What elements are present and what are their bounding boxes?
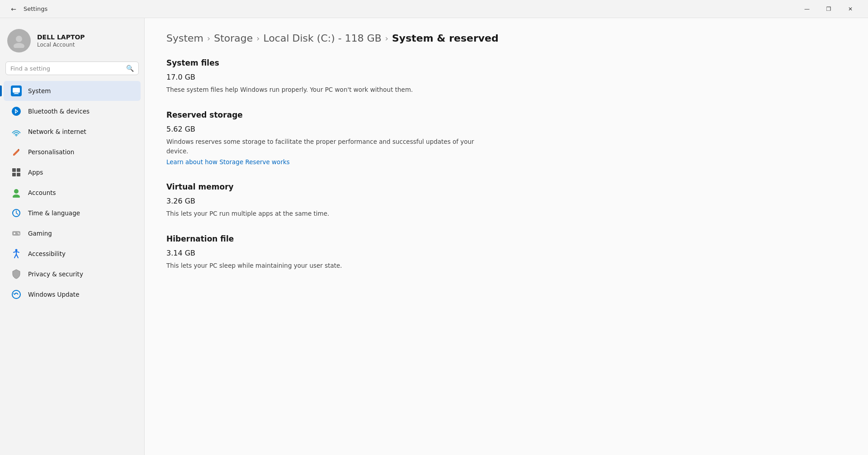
section-hibernation-file-size: 3.14 GB (166, 249, 846, 257)
time-icon (11, 208, 22, 218)
reserved-storage-link[interactable]: Learn about how Storage Reserve works (166, 158, 290, 166)
section-system-files-title: System files (166, 58, 846, 67)
section-virtual-memory-desc: This lets your PC run multiple apps at t… (166, 209, 483, 218)
breadcrumb-sep-2: › (256, 33, 259, 43)
section-virtual-memory-title: Virtual memory (166, 182, 846, 191)
sidebar-item-apps-label: Apps (28, 169, 43, 176)
section-reserved-storage: Reserved storage 5.62 GB Windows reserve… (166, 110, 846, 166)
svg-point-20 (12, 290, 20, 299)
sidebar-item-system-label: System (28, 87, 51, 95)
sidebar-item-system[interactable]: System (4, 81, 141, 101)
svg-point-1 (14, 43, 24, 48)
svg-point-18 (19, 233, 19, 234)
section-reserved-storage-title: Reserved storage (166, 110, 846, 119)
gaming-icon (11, 228, 22, 239)
section-hibernation-file-title: Hibernation file (166, 234, 846, 243)
sidebar-item-accounts-label: Accounts (28, 189, 56, 196)
svg-rect-8 (17, 168, 20, 172)
sidebar-item-bluetooth-label: Bluetooth & devices (28, 108, 90, 115)
svg-rect-4 (14, 94, 19, 94)
update-icon (11, 289, 22, 300)
sidebar-item-time[interactable]: Time & language (4, 203, 141, 223)
svg-point-0 (16, 36, 22, 42)
sidebar-item-gaming[interactable]: Gaming (4, 223, 141, 243)
sidebar-item-accounts[interactable]: Accounts (4, 183, 141, 203)
sidebar-item-time-label: Time & language (28, 209, 80, 217)
search-icon: 🔍 (126, 65, 134, 72)
sidebar: DELL LAPTOP Local Account 🔍 System (0, 18, 145, 455)
breadcrumb-localdisk[interactable]: Local Disk (C:) - 118 GB (264, 33, 382, 44)
breadcrumb-sep-3: › (385, 33, 388, 43)
user-info: DELL LAPTOP Local Account (37, 33, 85, 48)
section-system-files-desc: These system files help Windows run prop… (166, 85, 483, 94)
sidebar-item-update[interactable]: Windows Update (4, 284, 141, 304)
svg-rect-16 (14, 232, 15, 234)
svg-point-5 (12, 107, 21, 116)
svg-rect-2 (13, 88, 20, 93)
system-icon (11, 85, 22, 96)
sidebar-item-bluetooth[interactable]: Bluetooth & devices (4, 101, 141, 121)
sidebar-item-gaming-label: Gaming (28, 230, 52, 237)
section-hibernation-file: Hibernation file 3.14 GB This lets your … (166, 234, 846, 270)
svg-point-19 (15, 249, 18, 251)
svg-rect-9 (12, 173, 16, 176)
sidebar-item-update-label: Windows Update (28, 291, 79, 298)
close-button[interactable]: ✕ (840, 2, 861, 16)
svg-point-12 (13, 194, 20, 198)
user-profile[interactable]: DELL LAPTOP Local Account (0, 24, 144, 62)
app-title: Settings (24, 5, 797, 12)
personalisation-icon (11, 147, 22, 157)
title-bar: ← Settings — ❐ ✕ (0, 0, 868, 18)
svg-point-6 (16, 135, 17, 137)
section-reserved-storage-desc: Windows reserves some storage to facilit… (166, 137, 483, 156)
sidebar-item-privacy[interactable]: Privacy & security (4, 264, 141, 284)
sidebar-item-privacy-label: Privacy & security (28, 270, 83, 278)
sidebar-item-personalisation[interactable]: Personalisation (4, 142, 141, 162)
privacy-icon (11, 269, 22, 280)
breadcrumb-system[interactable]: System (166, 33, 203, 44)
accounts-icon (11, 187, 22, 198)
bluetooth-icon (11, 106, 22, 117)
sidebar-item-network[interactable]: Network & internet (4, 122, 141, 142)
maximize-button[interactable]: ❐ (818, 2, 839, 16)
sidebar-item-network-label: Network & internet (28, 128, 86, 135)
sidebar-item-accessibility[interactable]: Accessibility (4, 244, 141, 264)
svg-rect-7 (12, 168, 16, 172)
network-icon (11, 126, 22, 137)
sidebar-item-accessibility-label: Accessibility (28, 250, 66, 257)
section-hibernation-file-desc: This lets your PC sleep while maintainin… (166, 261, 483, 270)
svg-point-17 (18, 232, 19, 233)
breadcrumb-sep-1: › (207, 33, 210, 43)
breadcrumb: System › Storage › Local Disk (C:) - 118… (166, 33, 846, 44)
section-virtual-memory-size: 3.26 GB (166, 197, 846, 205)
content-area: System › Storage › Local Disk (C:) - 118… (145, 18, 868, 455)
section-reserved-storage-size: 5.62 GB (166, 125, 846, 133)
breadcrumb-storage[interactable]: Storage (214, 33, 253, 44)
back-button[interactable]: ← (7, 3, 20, 15)
section-system-files: System files 17.0 GB These system files … (166, 58, 846, 94)
section-virtual-memory: Virtual memory 3.26 GB This lets your PC… (166, 182, 846, 218)
minimize-button[interactable]: — (797, 2, 817, 16)
sidebar-item-apps[interactable]: Apps (4, 162, 141, 182)
search-box[interactable]: 🔍 (5, 62, 139, 75)
apps-icon (11, 167, 22, 178)
accessibility-icon (11, 248, 22, 259)
breadcrumb-current: System & reserved (392, 33, 499, 44)
user-name: DELL LAPTOP (37, 33, 85, 41)
search-input[interactable] (10, 65, 123, 72)
app-body: DELL LAPTOP Local Account 🔍 System (0, 18, 868, 455)
svg-point-11 (14, 189, 19, 194)
window-controls: — ❐ ✕ (797, 2, 861, 16)
svg-rect-10 (17, 173, 20, 176)
user-account-type: Local Account (37, 42, 85, 48)
sidebar-item-personalisation-label: Personalisation (28, 148, 74, 156)
nav-list: System Bluetooth & devices (0, 81, 144, 305)
section-system-files-size: 17.0 GB (166, 73, 846, 81)
avatar (7, 29, 31, 52)
